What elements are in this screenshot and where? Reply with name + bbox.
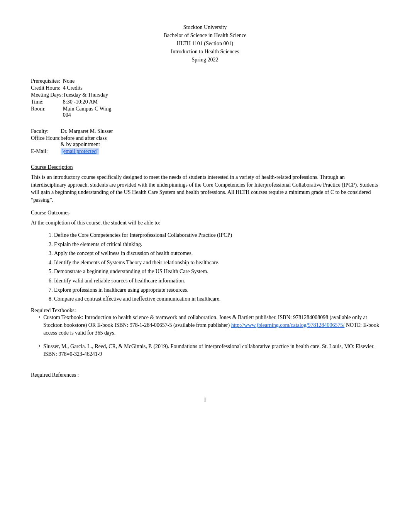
course-description-heading: Course Description <box>31 164 379 170</box>
outcome-item-3: Apply the concept of wellness in discuss… <box>54 250 379 257</box>
document-header: Stockton University Bachelor of Science … <box>31 23 379 64</box>
faculty-table: Faculty: Dr. Margaret M. Slusser Office … <box>31 128 113 155</box>
degree-name: Bachelor of Science in Health Science <box>31 31 379 39</box>
credit-hours-label: Credit Hours: <box>31 85 63 92</box>
faculty-label: Faculty: <box>31 128 61 135</box>
credit-hours-value: 4 Credits <box>63 85 112 92</box>
credit-hours-row: Credit Hours: 4 Credits <box>31 85 111 92</box>
bullet-icon: • <box>39 314 40 320</box>
meeting-days-row: Meeting Days: Tuesday & Thursday <box>31 92 111 99</box>
time-row: Time: 8:30 -10:20 AM <box>31 99 111 105</box>
info-table: Prerequisites: None Credit Hours: 4 Cred… <box>31 78 111 119</box>
room-row: Room: Main Campus C Wing 004 <box>31 105 111 119</box>
faculty-name: Dr. Margaret M. Slusser <box>61 128 113 135</box>
course-outcomes-heading: Course Outcomes <box>31 210 379 216</box>
outcomes-list: Define the Core Competencies for Interpr… <box>54 231 379 303</box>
university-name: Stockton University <box>31 23 379 31</box>
required-references-heading: Required References : <box>31 372 379 378</box>
course-outcomes-intro: At the completion of this course, the st… <box>31 219 379 227</box>
outcome-item-1: Define the Core Competencies for Interpr… <box>54 231 379 239</box>
outcome-item-4: Identify the elements of Systems Theory … <box>54 259 379 267</box>
course-code: HLTH 1101 (Section 001) <box>31 39 379 48</box>
semester: Spring 2022 <box>31 56 379 64</box>
outcome-item-2: Explain the elements of critical thinkin… <box>54 241 379 248</box>
office-hours-value: before and after class & by appointment <box>61 135 113 148</box>
course-description-body: This is an introductory course specifica… <box>31 173 379 204</box>
course-outcomes-section: Course Outcomes At the completion of thi… <box>31 210 379 303</box>
page-number: 1 <box>31 397 379 403</box>
course-description-section: Course Description This is an introducto… <box>31 164 379 204</box>
textbook-text-1: Custom Textbook: Introduction to health … <box>43 314 379 337</box>
office-hours-row: Office Hours: before and after class & b… <box>31 135 113 148</box>
textbook-link-1[interactable]: http://www.jblearning.com/catalog/978128… <box>231 322 345 328</box>
required-textbooks-section: Required Textbooks: •Custom Textbook: In… <box>31 308 379 358</box>
textbook-item-1: •Custom Textbook: Introduction to health… <box>39 314 379 337</box>
required-textbooks-heading: Required Textbooks: <box>31 308 379 314</box>
time-label: Time: <box>31 99 63 105</box>
textbook-item-2: •Slusser, M., Garcia. L., Reed, CR, & Mc… <box>39 343 379 359</box>
outcome-item-8: Compare and contrast effective and ineff… <box>54 295 379 303</box>
textbook-text-2: Slusser, M., Garcia. L., Reed, CR, & McG… <box>43 343 379 359</box>
room-number: 004 <box>63 112 71 118</box>
required-references-section: Required References : <box>31 372 379 378</box>
office-hours-label: Office Hours: <box>31 135 61 148</box>
meeting-days-value: Tuesday & Thursday <box>63 92 112 99</box>
textbook-items-container: •Custom Textbook: Introduction to health… <box>31 314 379 358</box>
outcome-item-7: Explore professions in healthcare using … <box>54 286 379 294</box>
outcome-item-5: Demonstrate a beginning understanding of… <box>54 268 379 275</box>
room-label: Room: <box>31 105 63 119</box>
course-name: Introduction to Health Sciences <box>31 48 379 56</box>
prerequisites-value: None <box>63 78 112 85</box>
prerequisites-row: Prerequisites: None <box>31 78 111 85</box>
time-value: 8:30 -10:20 AM <box>63 99 112 105</box>
outcome-item-6: Identify valid and reliable sources of h… <box>54 277 379 285</box>
meeting-days-label: Meeting Days: <box>31 92 63 99</box>
faculty-row: Faculty: Dr. Margaret M. Slusser <box>31 128 113 135</box>
email-label: E-Mail: <box>31 148 61 155</box>
email-link[interactable]: [email protected] <box>61 148 99 155</box>
prerequisites-label: Prerequisites: <box>31 78 63 85</box>
email-row: E-Mail: [email protected] <box>31 148 113 155</box>
email-value: [email protected] <box>61 148 113 155</box>
course-info-section: Prerequisites: None Credit Hours: 4 Cred… <box>31 78 379 119</box>
faculty-section: Faculty: Dr. Margaret M. Slusser Office … <box>31 128 379 155</box>
bullet-icon: • <box>39 343 40 349</box>
room-value: Main Campus C Wing 004 <box>63 105 112 119</box>
